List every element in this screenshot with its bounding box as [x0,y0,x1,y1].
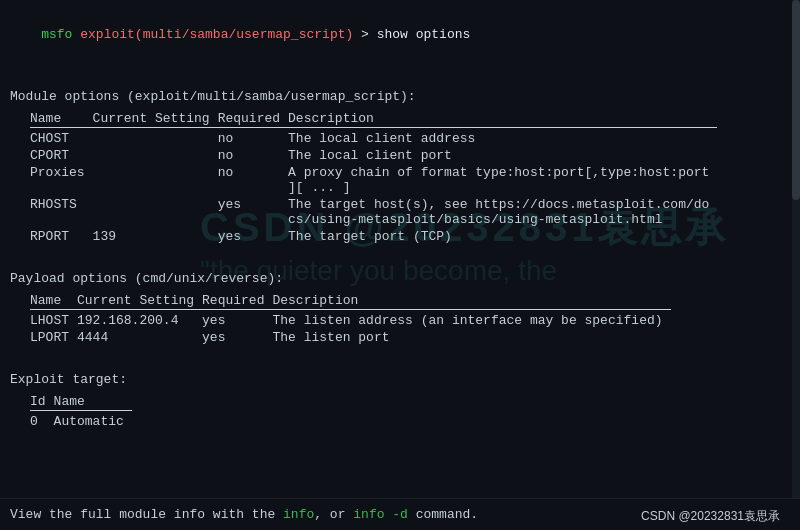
cport-current [93,147,218,164]
rhosts-description: The target host(s), see https://docs.met… [288,196,717,228]
prompt-line: msfo exploit(multi/samba/usermap_script)… [0,4,800,65]
cport-name: CPORT [30,147,93,164]
proxies-current [93,164,218,196]
lhost-description: The listen address (an interface may be … [272,312,670,329]
pcol-required: Required [202,292,272,310]
col-name: Name [30,110,93,128]
prompt-prefix: msfo [41,27,80,42]
payload-col-headers: Name Current Setting Required Descriptio… [30,292,671,310]
footer-bar: View the full module info with the info,… [0,498,800,530]
module-row-rhosts: RHOSTS yes The target host(s), see https… [30,196,717,228]
pcol-name: Name [30,292,77,310]
lport-name: LPORT [30,329,77,346]
footer-or: , or [314,507,353,522]
empty-line-4 [0,432,800,454]
pcol-description: Description [272,292,670,310]
ecol-id: Id [30,393,54,411]
empty-line-2 [0,247,800,269]
chost-required: no [218,130,288,147]
cport-description: The local client port [288,147,717,164]
footer-info2: info -d [353,507,408,522]
pcol-current: Current Setting [77,292,202,310]
col-description: Description [288,110,717,128]
exploit-name: Automatic [54,413,132,430]
rport-current: 139 [93,228,218,245]
module-row-cport: CPORT no The local client port [30,147,717,164]
prompt-path: exploit(multi/samba/usermap_script) [80,27,353,42]
lhost-current: 192.168.200.4 [77,312,202,329]
module-row-rport: RPORT 139 yes The target port (TCP) [30,228,717,245]
col-required: Required [218,110,288,128]
terminal: CSDN @20232831袁思承 "the quieter you becom… [0,0,800,530]
module-header: Module options (exploit/multi/samba/user… [0,86,800,108]
payload-header: Payload options (cmd/unix/reverse): [0,268,800,290]
rhosts-current [93,196,218,228]
lhost-required: yes [202,312,272,329]
lport-current: 4444 [77,329,202,346]
rhosts-required: yes [218,196,288,228]
payload-row-lport: LPORT 4444 yes The listen port [30,329,671,346]
rport-name: RPORT [30,228,93,245]
footer-prefix: View the full module info with the [10,507,283,522]
footer-suffix: command. [408,507,478,522]
chost-current [93,130,218,147]
proxies-description: A proxy chain of format type:host:port[,… [288,164,717,196]
empty-line-3 [0,348,800,370]
chost-description: The local client address [288,130,717,147]
payload-options-table: Name Current Setting Required Descriptio… [30,292,671,346]
proxies-required: no [218,164,288,196]
rhosts-name: RHOSTS [30,196,93,228]
exploit-row-0: 0 Automatic [30,413,132,430]
prompt-cmd: > show options [353,27,470,42]
module-row-proxies: Proxies no A proxy chain of format type:… [30,164,717,196]
empty-line-1 [0,65,800,87]
exploit-target-table: Id Name 0 Automatic [30,393,132,430]
csdn-credit: CSDN @20232831袁思承 [641,508,780,525]
chost-name: CHOST [30,130,93,147]
scrollbar-thumb[interactable] [792,0,800,200]
rport-required: yes [218,228,288,245]
exploit-id: 0 [30,413,54,430]
proxies-name: Proxies [30,164,93,196]
footer-text: View the full module info with the info,… [10,507,478,522]
ecol-name: Name [54,393,132,411]
col-current: Current Setting [93,110,218,128]
lhost-name: LHOST [30,312,77,329]
lport-required: yes [202,329,272,346]
module-options-table: Name Current Setting Required Descriptio… [30,110,717,245]
footer-info1: info [283,507,314,522]
exploit-col-headers: Id Name [30,393,132,411]
lport-description: The listen port [272,329,670,346]
payload-row-lhost: LHOST 192.168.200.4 yes The listen addre… [30,312,671,329]
rport-description: The target port (TCP) [288,228,717,245]
exploit-header: Exploit target: [0,369,800,391]
cport-required: no [218,147,288,164]
scrollbar[interactable] [792,0,800,530]
module-col-headers: Name Current Setting Required Descriptio… [30,110,717,128]
module-row-chost: CHOST no The local client address [30,130,717,147]
